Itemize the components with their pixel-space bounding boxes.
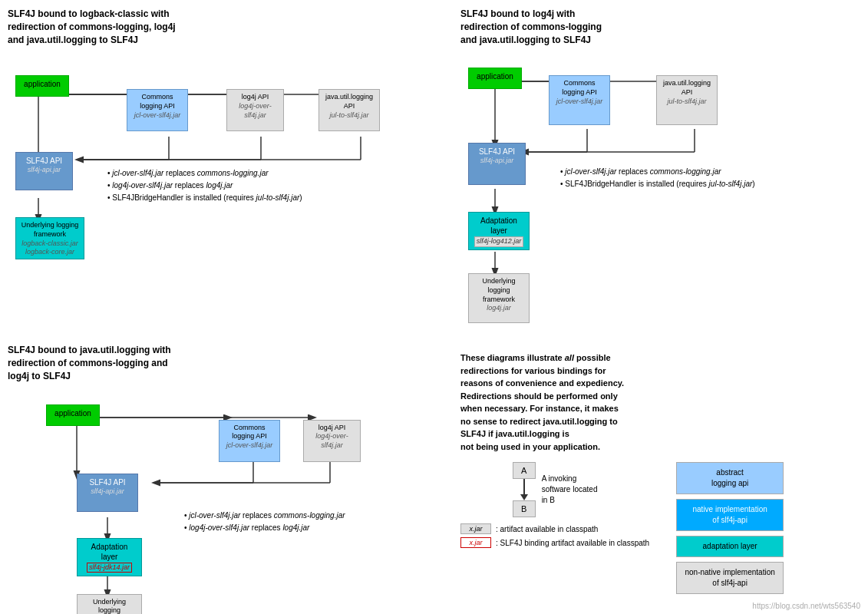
jar-gray-label: x.jar [460, 523, 491, 534]
main-container: SLF4J bound to logback-classic with redi… [0, 0, 868, 614]
watermark: https://blog.csdn.net/wts563540 [752, 602, 860, 610]
jar-gray-text: : artifact available in classpath [496, 525, 598, 533]
invoke-arrow [520, 494, 528, 500]
d1-slf4j-box: SLF4J API slf4j-api.jar [15, 152, 73, 190]
legend-native: native implementationof slf4j-api [676, 499, 784, 531]
d2-title: SLF4J bound to java.util.logging with re… [8, 344, 453, 382]
invoke-text: A invokingsoftware locatedin B [542, 474, 598, 506]
jar-legend-gray: x.jar : artifact available in classpath … [460, 523, 649, 551]
description-text: These diagrams illustrate all possible r… [460, 352, 814, 453]
diagram1: application Commonslogging API jcl-over-… [8, 52, 437, 328]
jar-red-text: : SLF4J binding artifact available in cl… [496, 539, 649, 547]
d3-adaptation-box: Adaptation layer slf4j-log412.jar [468, 212, 530, 250]
right-panel: SLF4J bound to log4j with redirection of… [460, 8, 860, 606]
invoke-b: B [513, 500, 536, 517]
d1-jul-box: java.util.loggingAPI jul-to-slf4j.jar [318, 89, 380, 131]
d1-title: SLF4J bound to logback-classic with redi… [8, 8, 453, 46]
bottom-legend: A B A invokingsoftware locatedin B [460, 462, 860, 594]
d3-title: SLF4J bound to log4j with redirection of… [460, 8, 860, 46]
d2-bullets: • jcl-over-slf4j.jar replaces commons-lo… [184, 510, 345, 534]
d2-underlying-box: Underlyingloggingframework JVM runtime [77, 594, 142, 614]
d1-underlying-box: Underlying loggingframework logback-clas… [15, 217, 84, 259]
diagram2: application Commonslogging API jcl-over-… [8, 391, 437, 614]
d3-jul-box: java.util.loggingAPI jul-to-slf4j.jar [656, 75, 718, 125]
d3-app-box: application [468, 68, 522, 89]
jar-red-label: x.jar [460, 537, 491, 548]
color-legend: abstractlogging api native implementatio… [676, 462, 784, 594]
invoke-diagram: A B A invokingsoftware locatedin B [460, 462, 649, 551]
d2-commons-box: Commonslogging API jcl-over-slf4j.jar [219, 420, 280, 462]
d2-log4j-box: log4j API log4j-over-slf4j.jar [303, 420, 361, 462]
d3-underlying-box: Underlyingloggingframework log4j.jar [468, 273, 530, 323]
legend-adaptation: adaptation layer [676, 536, 784, 557]
d1-commons-box: Commonslogging API jcl-over-slf4j.jar [127, 89, 188, 131]
diagram3: application Commonslogging API jcl-over-… [460, 52, 829, 344]
left-panel: SLF4J bound to logback-classic with redi… [8, 8, 453, 606]
d3-commons-box: Commonslogging API jcl-over-slf4j.jar [549, 75, 610, 125]
d2-slf4j-box: SLF4J API slf4j-api.jar [77, 474, 138, 512]
d1-log4j-box: log4j API log4j-over-slf4j.jar [226, 89, 284, 131]
d1-app-box: application [15, 75, 69, 97]
legend-abstract: abstractlogging api [676, 462, 784, 494]
d2-adaptation-box: Adaptation layer slf4j-jdk14.jar [77, 538, 142, 576]
d1-bullets: • jcl-over-slf4j.jar replaces commons-lo… [107, 167, 302, 204]
d3-bullets: • jcl-over-slf4j.jar replaces commons-lo… [560, 166, 755, 190]
invoke-a: A [513, 462, 536, 479]
legend-nonnative: non-native implementationof slf4j-api [676, 562, 784, 594]
jar-legend-red: x.jar : SLF4J binding artifact available… [460, 537, 649, 548]
d3-slf4j-box: SLF4J API slf4j-api.jar [468, 143, 526, 185]
d2-app-box: application [46, 404, 100, 426]
